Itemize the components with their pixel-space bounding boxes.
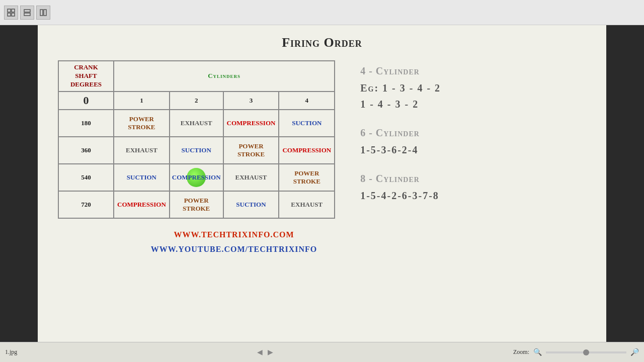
cell-power-stroke-1: POWERSTROKE: [114, 110, 170, 137]
degree-0: 0: [58, 92, 114, 110]
col-4: 4: [279, 92, 335, 110]
cell-suction-3: SUCTION: [223, 191, 279, 218]
cylinder4-firing1: Eg: 1 - 3 - 4 - 2: [360, 80, 586, 96]
zoom-slider[interactable]: [546, 351, 626, 353]
svg-rect-0: [8, 9, 11, 12]
svg-rect-5: [24, 13, 30, 16]
cell-suction-1: SUCTION: [114, 164, 170, 191]
svg-rect-1: [12, 9, 15, 12]
crank-header: CRANK SHAFT DEGREES: [58, 61, 114, 92]
cylinder8-firing: 1-5-4-2-6-3-7-8: [360, 188, 586, 204]
svg-rect-7: [44, 10, 46, 16]
status-bar: 1.jpg ◀ ▶ Zoom: 🔍 🔎: [0, 342, 644, 362]
cell-compression-highlighted: COMPRESSION: [170, 164, 223, 191]
zoom-control: Zoom: 🔍 🔎: [513, 348, 639, 356]
cell-power-stroke-2: POWERSTROKE: [170, 191, 223, 218]
page-title: Firing Order: [58, 35, 586, 50]
prev-arrow[interactable]: ◀: [257, 348, 263, 356]
cell-power-stroke-3: POWERSTROKE: [223, 137, 279, 164]
toolbar-btn-1[interactable]: [4, 6, 18, 20]
cylinder8-title: 8 - Cylinder: [360, 173, 586, 185]
degree-720: 720: [58, 191, 114, 218]
firing-order-table: CRANK SHAFT DEGREES Cylinders 0 1 2 3 4 …: [58, 60, 335, 219]
cell-exhaust-3: EXHAUST: [223, 164, 279, 191]
table-row: 180 POWERSTROKE EXHAUST COMPRESSION SUCT…: [58, 110, 335, 137]
table-row: 720 COMPRESSION POWERSTROKE SUCTION EXHA…: [58, 191, 335, 218]
col-3: 3: [223, 92, 279, 110]
toolbar-btn-2[interactable]: [20, 6, 34, 20]
cell-exhaust-2: EXHAUST: [170, 110, 223, 137]
cell-suction-2: SUCTION: [170, 137, 223, 164]
table-row: 540 SUCTION COMPRESSION EXHAUST POWERSTR…: [58, 164, 335, 191]
cylinder6-title: 6 - Cylinder: [360, 127, 586, 139]
cell-compression-1: COMPRESSION: [114, 191, 170, 218]
next-arrow[interactable]: ▶: [268, 348, 273, 356]
cylinder8-section: 8 - Cylinder 1-5-4-2-6-3-7-8: [360, 173, 586, 204]
content-row: CRANK SHAFT DEGREES Cylinders 0 1 2 3 4 …: [58, 60, 586, 219]
left-sidebar: [0, 25, 38, 342]
svg-rect-4: [24, 10, 30, 12]
cell-compression-4: COMPRESSION: [279, 137, 335, 164]
cell-compression-3: COMPRESSION: [223, 110, 279, 137]
cylinder4-section: 4 - Cylinder Eg: 1 - 3 - 4 - 2 1 - 4 - 3…: [360, 65, 586, 112]
svg-rect-2: [8, 13, 11, 16]
right-sidebar: [606, 25, 644, 342]
info-panel: 4 - Cylinder Eg: 1 - 3 - 4 - 2 1 - 4 - 3…: [350, 60, 586, 219]
zoom-label: Zoom:: [513, 348, 529, 356]
cell-exhaust-1: EXHAUST: [114, 137, 170, 164]
footer-link-2: www.youtube.com/techtrixinfo: [58, 242, 410, 257]
col-2: 2: [170, 92, 223, 110]
footer-link-1: www.techtrixinfo.com: [58, 228, 410, 242]
zoom-icon-minus[interactable]: 🔍: [533, 348, 542, 356]
toolbar: [0, 0, 644, 25]
degree-180: 180: [58, 110, 114, 137]
degree-540: 540: [58, 164, 114, 191]
col-1: 1: [114, 92, 170, 110]
zoom-icon-plus[interactable]: 🔎: [630, 348, 639, 356]
cylinders-header: Cylinders: [114, 61, 335, 92]
svg-rect-3: [12, 13, 15, 16]
navigation-controls: ◀ ▶: [257, 348, 273, 356]
table-row: 360 EXHAUST SUCTION POWERSTROKE COMPRESS…: [58, 137, 335, 164]
svg-rect-6: [40, 10, 43, 16]
toolbar-btn-3[interactable]: [36, 6, 50, 20]
footer-links: www.techtrixinfo.com www.youtube.com/tec…: [58, 228, 410, 257]
cell-power-stroke-4: POWERSTROKE: [279, 164, 335, 191]
cell-suction-4: SUCTION: [279, 110, 335, 137]
main-content: Firing Order CRANK SHAFT DEGREES Cylinde…: [38, 25, 606, 342]
cylinder6-firing: 1-5-3-6-2-4: [360, 142, 586, 158]
zoom-handle[interactable]: [583, 349, 589, 355]
filename-label: 1.jpg: [5, 348, 17, 356]
degree-360: 360: [58, 137, 114, 164]
cylinder4-firing2: 1 - 4 - 3 - 2: [360, 96, 586, 112]
cylinder6-section: 6 - Cylinder 1-5-3-6-2-4: [360, 127, 586, 158]
cylinder4-title: 4 - Cylinder: [360, 65, 586, 77]
cell-exhaust-4: EXHAUST: [279, 191, 335, 218]
